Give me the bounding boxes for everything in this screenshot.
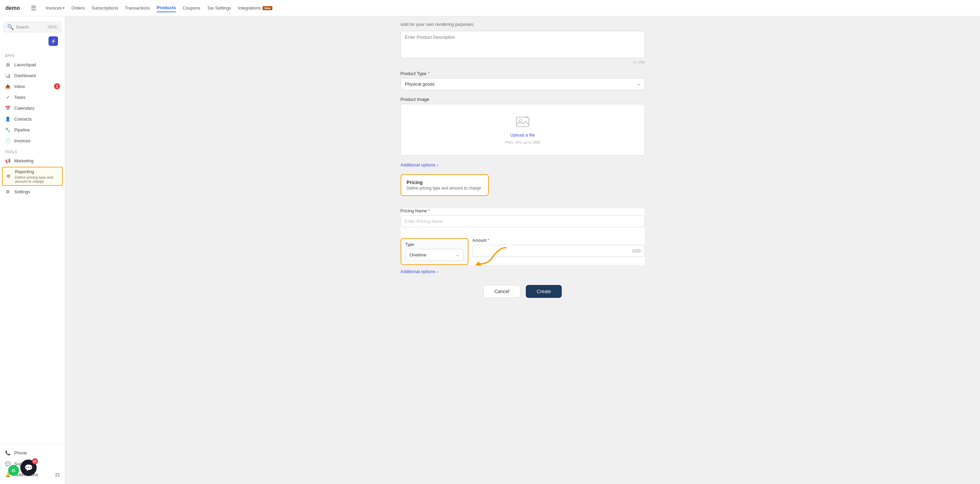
main-layout: 🔍 Search ctrl K ⚡ Apps ⊞ Launchpad 📊 Das… xyxy=(0,16,980,484)
lightning-button[interactable]: ⚡ xyxy=(49,36,58,46)
inbox-badge: 1 xyxy=(54,83,60,89)
sidebar-item-label: Settings xyxy=(14,189,30,194)
type-amount-row-container: Type Onetime Recurring Amount xyxy=(401,234,645,265)
pricing-name-input[interactable] xyxy=(401,215,645,227)
sidebar-item-dashboard[interactable]: 📊 Dashboard xyxy=(0,70,65,81)
sidebar-item-tasks[interactable]: ✓ Tasks xyxy=(0,92,65,102)
search-icon: 🔍 xyxy=(7,24,14,30)
nav-transactions[interactable]: Transactions xyxy=(125,4,150,12)
action-buttons: Cancel Create xyxy=(401,285,645,311)
image-upload-icon xyxy=(516,115,530,130)
yellow-arrow-annotation xyxy=(472,244,512,269)
upload-link[interactable]: Upload a file xyxy=(510,133,535,137)
sidebar-item-invoices[interactable]: 📄 Invoices xyxy=(0,135,65,146)
apps-section-label: Apps xyxy=(0,53,65,59)
nav-coupons[interactable]: Coupons xyxy=(183,4,200,12)
pricing-name-label: Pricing Name * xyxy=(401,208,645,213)
notifications-badge: 21 xyxy=(55,472,60,477)
sidebar-item-label: Inbox xyxy=(14,84,25,89)
type-amount-row: Type Onetime Recurring Amount xyxy=(401,238,645,265)
sidebar-item-label: Dashboard xyxy=(14,73,36,78)
nav-invoices[interactable]: Invoices ▾ xyxy=(46,4,65,12)
sidebar-item-pipeline[interactable]: 🔧 Pipeline xyxy=(0,124,65,135)
nav-links: Invoices ▾ Orders Subscriptions Transact… xyxy=(46,4,975,12)
lightning-icon: ⚡ xyxy=(51,38,56,44)
grid-icon: ⊞ xyxy=(5,61,11,67)
chart-icon: 📊 xyxy=(5,72,11,78)
sidebar-item-label: Reporting xyxy=(15,169,34,174)
top-nav: demo ☰ Invoices ▾ Orders Subscriptions T… xyxy=(0,0,980,16)
person-icon: 👤 xyxy=(5,116,11,122)
create-button[interactable]: Create xyxy=(526,285,562,298)
required-star-3: * xyxy=(488,238,490,243)
chevron-right-icon-2: › xyxy=(437,269,438,274)
pricing-desc: Define pricing type and amount to charge xyxy=(407,186,483,190)
hamburger-icon[interactable]: ☰ xyxy=(31,5,36,12)
sidebar-item-contacts[interactable]: 👤 Contacts xyxy=(0,113,65,124)
tools-section-label: Tools xyxy=(0,149,65,155)
sidebar-item-label: Tasks xyxy=(14,95,25,100)
user-avatar[interactable]: G xyxy=(8,465,19,476)
image-upload-area[interactable]: Upload a file PNG, JPG up to 2MB xyxy=(401,104,645,156)
sidebar-item-label: Calendars xyxy=(14,105,34,111)
chat-float-button[interactable]: 💬 21 xyxy=(20,460,37,476)
svg-rect-0 xyxy=(517,117,529,127)
inbox-icon: 📥 xyxy=(5,83,11,89)
sidebar-item-calendars[interactable]: 📅 Calendars xyxy=(0,102,65,113)
search-shortcut: ctrl K xyxy=(47,25,58,29)
calendar-icon: 📅 xyxy=(5,105,11,111)
description-section: 0 / 256 xyxy=(401,31,645,64)
reporting-icon: ⚙ xyxy=(5,173,11,179)
product-type-label: Product Type * xyxy=(401,71,645,76)
product-type-section: Product Type * Physical goods Digital go… xyxy=(401,71,645,90)
type-select-wrapper: Onetime Recurring xyxy=(406,249,464,261)
sidebar: 🔍 Search ctrl K ⚡ Apps ⊞ Launchpad 📊 Das… xyxy=(0,16,65,484)
intro-text: sold for your own rendering purposes. xyxy=(401,16,645,31)
sidebar-item-reporting[interactable]: ⚙ Reporting Define pricing type and amou… xyxy=(2,167,63,186)
required-star-2: * xyxy=(428,208,430,213)
main-content: sold for your own rendering purposes. 0 … xyxy=(65,16,980,484)
product-type-select-wrapper: Physical goods Digital goods Service xyxy=(401,78,645,90)
char-count: 0 / 256 xyxy=(401,60,645,64)
type-select[interactable]: Onetime Recurring xyxy=(406,249,464,261)
type-label: Type xyxy=(406,242,464,247)
form-container: sold for your own rendering purposes. 0 … xyxy=(401,16,645,470)
file-icon: 📄 xyxy=(5,137,11,144)
pricing-name-section: Pricing Name * xyxy=(401,208,645,227)
product-image-section: Product Image Upload a file PNG, JPG up … xyxy=(401,97,645,156)
sidebar-item-label: Marketing xyxy=(14,158,33,163)
sidebar-item-sublabel: Define pricing type and amount to charge xyxy=(15,175,59,184)
nav-subscriptions[interactable]: Subscriptions xyxy=(92,4,118,12)
product-image-label: Product Image xyxy=(401,97,645,102)
check-icon: ✓ xyxy=(5,94,11,100)
sidebar-item-label: Phone xyxy=(14,450,27,455)
sidebar-item-settings[interactable]: ⚙ Settings xyxy=(0,187,65,197)
gear-icon: ⚙ xyxy=(5,189,11,195)
nav-orders[interactable]: Orders xyxy=(71,4,85,12)
product-type-select[interactable]: Physical goods Digital goods Service xyxy=(401,78,645,90)
search-label: Search xyxy=(16,25,45,30)
phone-icon: 📞 xyxy=(5,450,11,456)
sidebar-item-inbox[interactable]: 📥 Inbox 1 xyxy=(0,81,65,92)
description-textarea[interactable] xyxy=(401,31,645,58)
sidebar-item-launchpad[interactable]: ⊞ Launchpad xyxy=(0,59,65,70)
nav-integrations[interactable]: Integrations New xyxy=(238,4,272,12)
chat-icon: 💬 xyxy=(24,463,33,472)
search-bar[interactable]: 🔍 Search ctrl K xyxy=(3,22,61,32)
sidebar-item-marketing[interactable]: 📢 Marketing xyxy=(0,155,65,166)
chat-badge: 21 xyxy=(32,458,38,464)
sidebar-item-phone[interactable]: 📞 Phone xyxy=(0,447,65,458)
app-logo: demo xyxy=(5,5,20,11)
nav-tax-settings[interactable]: Tax Settings xyxy=(207,4,231,12)
additional-options-1[interactable]: Additional options › xyxy=(401,162,645,168)
additional-options-2[interactable]: Additional options › xyxy=(401,269,645,274)
cancel-button[interactable]: Cancel xyxy=(484,285,521,298)
required-star: * xyxy=(428,71,430,76)
sidebar-item-label: Pipeline xyxy=(14,127,30,133)
amount-label: Amount * xyxy=(473,238,645,243)
sidebar-item-label: Launchpad xyxy=(14,62,36,67)
nav-products[interactable]: Products xyxy=(157,4,176,12)
new-badge: New xyxy=(262,6,272,10)
pricing-title: Pricing xyxy=(407,180,483,185)
chevron-right-icon: › xyxy=(437,162,438,168)
